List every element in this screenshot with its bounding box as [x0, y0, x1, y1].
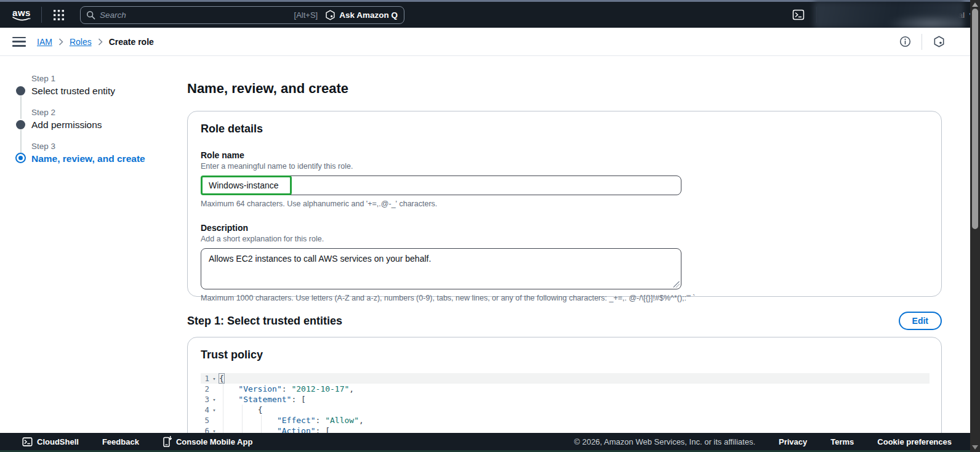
- step1-section-header: Step 1: Select trusted entities Edit: [187, 312, 942, 330]
- footer-mobile-app-button[interactable]: Console Mobile App: [163, 436, 252, 447]
- step-connector: [20, 130, 22, 153]
- footer-privacy-link[interactable]: Privacy: [779, 437, 807, 446]
- footer-cloudshell-label: CloudShell: [37, 437, 79, 446]
- step1-label: Step 1: [31, 74, 55, 83]
- services-menu-button[interactable]: [50, 7, 66, 23]
- divider: [922, 34, 922, 50]
- fold-toggle-icon[interactable]: ▾: [209, 397, 219, 403]
- code-line: 1 ▾ {: [201, 373, 930, 384]
- code-token: "Effect": [277, 416, 316, 425]
- cloudshell-button[interactable]: [789, 6, 808, 24]
- code-token: "Allow": [325, 416, 359, 425]
- code-token: "Version": [238, 384, 281, 393]
- copyright-text: © 2026, Amazon Web Services, Inc. or its…: [574, 437, 755, 446]
- breadcrumb-link-iam[interactable]: IAM: [37, 37, 52, 47]
- sidebar-toggle-button[interactable]: [12, 37, 26, 47]
- code-line: 4 ▾ {: [201, 405, 930, 415]
- breadcrumb: IAM Roles Create role: [37, 37, 154, 47]
- chevron-right-icon: [98, 38, 103, 46]
- vertical-scrollbar[interactable]: [970, 0, 980, 452]
- wizard-steps-nav: Step 1 Select trusted entity Step 2 Add …: [16, 71, 179, 179]
- step2-label: Step 2: [31, 108, 55, 117]
- role-name-constraint: Maximum 64 characters. Use alphanumeric …: [201, 200, 928, 208]
- nav-divider: [41, 7, 42, 23]
- mobile-phone-icon: [163, 436, 172, 447]
- breadcrumb-current: Create role: [109, 37, 154, 47]
- aws-console-create-role-page: aws [Alt+S]: [0, 0, 980, 452]
- step3-label: Step 3: [31, 142, 55, 151]
- amazon-q-panel-button[interactable]: [931, 34, 947, 50]
- code-token: {: [258, 405, 263, 414]
- scrollbar-down-arrow[interactable]: [972, 445, 978, 450]
- code-token: {: [219, 374, 224, 383]
- terminal-icon: [22, 437, 33, 447]
- info-panel-button[interactable]: [897, 34, 913, 50]
- breadcrumb-bar: IAM Roles Create role: [0, 28, 980, 56]
- line-number: 4: [201, 405, 209, 414]
- step3-status-dot-active: [15, 153, 26, 163]
- line-number: 2: [201, 384, 209, 393]
- footer-mobile-app-label: Console Mobile App: [176, 437, 252, 446]
- role-name-input[interactable]: [201, 176, 681, 195]
- aws-logo-text: aws: [12, 9, 31, 17]
- description-label: Description: [201, 223, 928, 233]
- footer-terms-label: Terms: [830, 437, 854, 446]
- footer-right: © 2026, Amazon Web Services, Inc. or its…: [574, 437, 952, 446]
- trust-policy-title: Trust policy: [201, 349, 928, 361]
- unified-search-bar[interactable]: [Alt+S] Ask Amazon Q: [80, 6, 404, 24]
- edit-trusted-entities-button[interactable]: Edit: [899, 312, 942, 330]
- aws-logo[interactable]: aws: [10, 9, 33, 22]
- footer-cookie-preferences-link[interactable]: Cookie preferences: [877, 437, 952, 446]
- code-token: "Statement": [238, 395, 291, 404]
- sidebar-step2-add-permissions[interactable]: Add permissions: [31, 119, 102, 131]
- role-details-card: Role details Role name Enter a meaningfu…: [187, 111, 942, 297]
- footer-cloudshell-button[interactable]: CloudShell: [22, 437, 79, 447]
- main-content: Name, review, and create Role details Ro…: [187, 56, 942, 452]
- role-name-help: Enter a meaningful name to identify this…: [201, 162, 928, 171]
- footer-cookie-preferences-label: Cookie preferences: [877, 437, 952, 446]
- fold-toggle-icon[interactable]: ▾: [209, 376, 219, 382]
- code-line: 2 "Version": "2012-10-17",: [201, 384, 930, 394]
- step1-section-title: Step 1: Select trusted entities: [187, 315, 342, 328]
- search-shortcut-hint: [Alt+S]: [294, 10, 318, 20]
- footer-terms-link[interactable]: Terms: [830, 437, 854, 446]
- description-textarea[interactable]: Allows EC2 instances to call AWS service…: [201, 248, 681, 289]
- search-input[interactable]: [100, 10, 294, 20]
- step1-status-dot: [16, 86, 25, 95]
- role-name-label: Role name: [201, 150, 928, 160]
- code-token: "2012-10-17": [291, 384, 349, 393]
- scrollbar-thumb[interactable]: [972, 9, 978, 229]
- breadcrumb-right-tools: [897, 34, 947, 50]
- ask-amazon-q-button[interactable]: Ask Amazon Q: [325, 10, 398, 20]
- apps-grid-icon: [54, 10, 64, 20]
- chevron-right-icon: [58, 38, 63, 46]
- sidebar-step1-select-trusted-entity[interactable]: Select trusted entity: [31, 86, 115, 97]
- line-number: 5: [201, 416, 209, 425]
- console-footer: CloudShell Feedback Console Mobile App ©…: [0, 433, 980, 450]
- line-number: 3: [201, 395, 209, 404]
- aws-smile-swoosh: [12, 17, 31, 22]
- ask-amazon-q-label: Ask Amazon Q: [339, 10, 398, 20]
- footer-feedback-label: Feedback: [102, 437, 139, 446]
- page-title: Name, review, and create: [187, 81, 942, 97]
- sidebar-step3-name-review-create[interactable]: Name, review, and create: [31, 153, 145, 164]
- description-help: Add a short explanation for this role.: [201, 235, 928, 243]
- info-icon: [899, 36, 911, 47]
- footer-privacy-label: Privacy: [779, 437, 807, 446]
- line-number: 1: [201, 374, 209, 383]
- step-connector: [20, 96, 22, 119]
- fold-toggle-icon[interactable]: ▾: [209, 407, 219, 413]
- footer-feedback-button[interactable]: Feedback: [102, 437, 139, 446]
- trust-policy-code-editor[interactable]: 1 ▾ { 2 "Version": "2012-10-17", 3 ▾ "St…: [201, 373, 930, 442]
- scrollbar-up-arrow[interactable]: [972, 2, 978, 7]
- description-constraint: Maximum 1000 characters. Use letters (A-…: [201, 294, 928, 302]
- footer-left: CloudShell Feedback Console Mobile App: [22, 436, 252, 447]
- code-line: 3 ▾ "Statement": [: [201, 394, 930, 405]
- step2-status-dot: [16, 120, 25, 129]
- account-menu-redacted[interactable]: [814, 1, 964, 29]
- breadcrumb-link-roles[interactable]: Roles: [70, 37, 92, 47]
- code-line: 5 "Effect": "Allow",: [201, 415, 930, 426]
- amazon-q-icon: [933, 36, 945, 47]
- search-icon: [86, 10, 95, 20]
- terminal-icon: [792, 9, 805, 21]
